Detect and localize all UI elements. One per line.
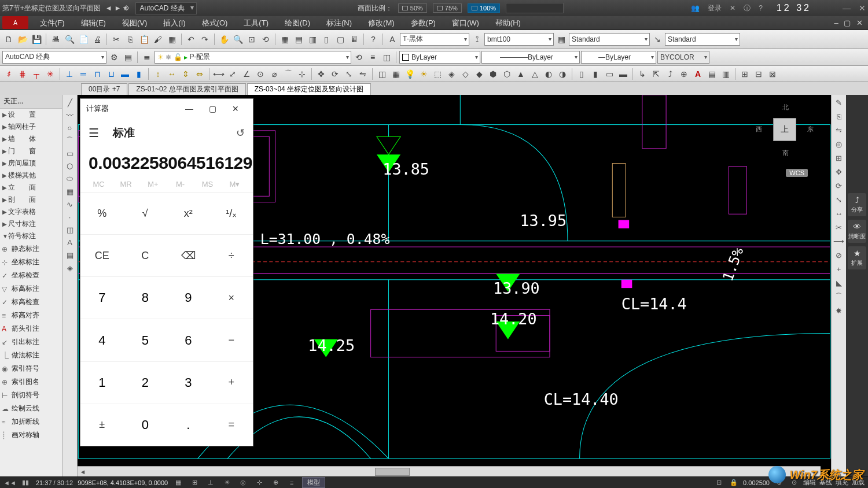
- mleader-dropdown[interactable]: Standard: [665, 33, 740, 46]
- calc-maximize-icon[interactable]: ▢: [201, 104, 224, 113]
- plot-icon[interactable]: 🖨: [91, 33, 104, 46]
- menu-modify[interactable]: 修改(M): [360, 18, 403, 28]
- mirror-icon[interactable]: ⇋: [356, 68, 369, 80]
- paste-icon[interactable]: 📋: [138, 33, 150, 46]
- h-scrollbar[interactable]: ◄ ►: [78, 466, 821, 476]
- calc-titlebar[interactable]: 计算器 — ▢ ✕: [80, 99, 253, 119]
- calc-mminus[interactable]: M-: [167, 180, 194, 188]
- ws-save-icon[interactable]: ▤: [122, 51, 134, 64]
- copy-icon[interactable]: ⎘: [124, 33, 137, 46]
- app-logo-icon[interactable]: A: [2, 16, 28, 29]
- layer-mgr-icon[interactable]: ≣: [141, 51, 153, 64]
- spline-icon[interactable]: ∿: [62, 198, 77, 210]
- tool-cut[interactable]: ⊢剖切符号: [0, 389, 62, 402]
- chamfer-icon[interactable]: ◣: [832, 276, 846, 289]
- mleader-icon[interactable]: ↘: [651, 33, 664, 46]
- hscroll-thumb[interactable]: [375, 468, 410, 476]
- g1-icon[interactable]: ◫: [376, 68, 388, 80]
- dim-ord-icon[interactable]: ⊹: [296, 68, 308, 80]
- menu-window[interactable]: 窗口(W): [444, 18, 487, 28]
- tree-elev[interactable]: ▶立 面: [0, 182, 62, 194]
- pline-icon[interactable]: 〰: [62, 109, 77, 121]
- menu-parametric[interactable]: 参数(P): [403, 18, 444, 28]
- ssm-icon[interactable]: ▯: [320, 33, 333, 46]
- exchange-icon[interactable]: ✕: [730, 4, 735, 12]
- tool-b3[interactable]: ⊓: [91, 68, 104, 80]
- expand-button[interactable]: ★扩展: [848, 246, 866, 269]
- markup-icon[interactable]: ▢: [334, 33, 347, 46]
- g9-icon[interactable]: ▲: [514, 68, 527, 80]
- move2-icon[interactable]: ✥: [832, 165, 846, 178]
- calc-history-icon[interactable]: ↺: [236, 127, 245, 139]
- zoom-rt-icon[interactable]: 🔍: [231, 33, 244, 46]
- menu-help[interactable]: 帮助(H): [487, 18, 529, 28]
- tool-a1[interactable]: ♯: [2, 68, 15, 80]
- j3-icon[interactable]: ⊠: [766, 68, 779, 80]
- tablestyle-dropdown[interactable]: Standard: [569, 33, 650, 46]
- tool-b1[interactable]: ⊥: [63, 68, 76, 80]
- offset-icon[interactable]: ◎: [832, 138, 846, 150]
- calc-mr[interactable]: MR: [112, 180, 139, 188]
- nav-fwd-icon[interactable]: ►: [115, 4, 122, 12]
- window-close-icon[interactable]: ✕: [859, 3, 866, 13]
- new-icon[interactable]: 🗋: [2, 33, 15, 46]
- calc-key-bksp[interactable]: ⌫: [167, 234, 210, 276]
- rotate2-icon[interactable]: ⟳: [832, 179, 846, 192]
- tool-arrow[interactable]: A箭头引注: [0, 322, 62, 335]
- dim-lin-icon[interactable]: ⟷: [212, 68, 225, 80]
- mtext-icon[interactable]: A: [62, 236, 77, 249]
- layer-prev-icon[interactable]: ⟲: [352, 51, 365, 64]
- calc-minimize-icon[interactable]: —: [178, 104, 201, 113]
- tree-dim[interactable]: ▶尺寸标注: [0, 218, 62, 230]
- block-icon[interactable]: ▦: [165, 33, 178, 46]
- calc-key-1[interactable]: 1: [80, 361, 124, 404]
- calc-icon[interactable]: 🖩: [348, 33, 361, 46]
- cut-icon[interactable]: ✂: [110, 33, 123, 46]
- pause-icon[interactable]: ▮▮: [20, 479, 31, 486]
- lineweight-dropdown[interactable]: — ByLayer: [581, 51, 656, 64]
- i1-icon[interactable]: ↳: [636, 68, 649, 80]
- dim-arc-icon[interactable]: ⌒: [282, 68, 295, 80]
- calculator-window[interactable]: 计算器 — ▢ ✕ ☰ 标准 ↺ 0.0032258064516129 MC M…: [80, 98, 253, 446]
- layer-state-icon[interactable]: ≡: [366, 51, 379, 64]
- menu-view[interactable]: 视图(V): [114, 18, 155, 28]
- doc-tab-2[interactable]: ZS-01~02 总平面图及索引平面图: [128, 83, 245, 95]
- tool-b2[interactable]: ═: [77, 68, 90, 80]
- tree-section[interactable]: ▶剖 面: [0, 194, 62, 206]
- dimstyle-icon[interactable]: ⟟: [470, 33, 483, 46]
- line-icon[interactable]: ╱: [62, 96, 77, 109]
- calc-mc[interactable]: MC: [85, 180, 112, 188]
- calc-key-3[interactable]: 3: [167, 361, 210, 404]
- region-icon[interactable]: ◈: [62, 261, 77, 274]
- calc-key-c[interactable]: C: [124, 234, 167, 276]
- g8-icon[interactable]: ⬡: [501, 68, 513, 80]
- layer-dropdown[interactable]: ☀ ❄ 🔓 ▸ P-配景: [155, 51, 351, 64]
- circle-icon[interactable]: ○: [62, 121, 77, 134]
- ws-gear-icon[interactable]: ⚙: [108, 51, 120, 64]
- calc-menu-icon[interactable]: ☰: [89, 126, 99, 140]
- color-dropdown[interactable]: ByLayer: [399, 51, 480, 64]
- h4-icon[interactable]: ▬: [617, 68, 630, 80]
- i2-icon[interactable]: ⇱: [650, 68, 663, 80]
- i3-icon[interactable]: ⤴: [664, 68, 676, 80]
- calc-key-2[interactable]: 2: [124, 361, 167, 404]
- j1-icon[interactable]: ⊞: [738, 68, 751, 80]
- doc-tab-1[interactable]: 00目录 +7: [81, 83, 127, 95]
- tool-a4[interactable]: ✳: [44, 68, 57, 80]
- hscroll-left-icon[interactable]: ◄: [78, 468, 88, 475]
- i7-icon[interactable]: ▥: [719, 68, 732, 80]
- osnap-icon[interactable]: ◎: [237, 479, 249, 486]
- pan-icon[interactable]: ✋: [218, 33, 230, 46]
- calc-key-6[interactable]: 6: [167, 319, 210, 361]
- share-button[interactable]: ⤴分享: [848, 193, 866, 216]
- i4-icon[interactable]: ⊕: [678, 68, 690, 80]
- h1-icon[interactable]: ▯: [575, 68, 588, 80]
- social-icon[interactable]: 👥: [691, 4, 700, 12]
- redo-icon[interactable]: ↷: [198, 33, 211, 46]
- calc-close-icon[interactable]: ✕: [224, 104, 247, 113]
- play-prev-icon[interactable]: ◄◄: [3, 479, 15, 486]
- dimstyle-dropdown[interactable]: bmt100: [484, 33, 554, 46]
- tool-c4[interactable]: ⇔: [193, 68, 206, 80]
- gear-icon[interactable]: ⚙: [123, 4, 130, 12]
- tool-symaxis[interactable]: ┊画对称轴: [0, 428, 62, 442]
